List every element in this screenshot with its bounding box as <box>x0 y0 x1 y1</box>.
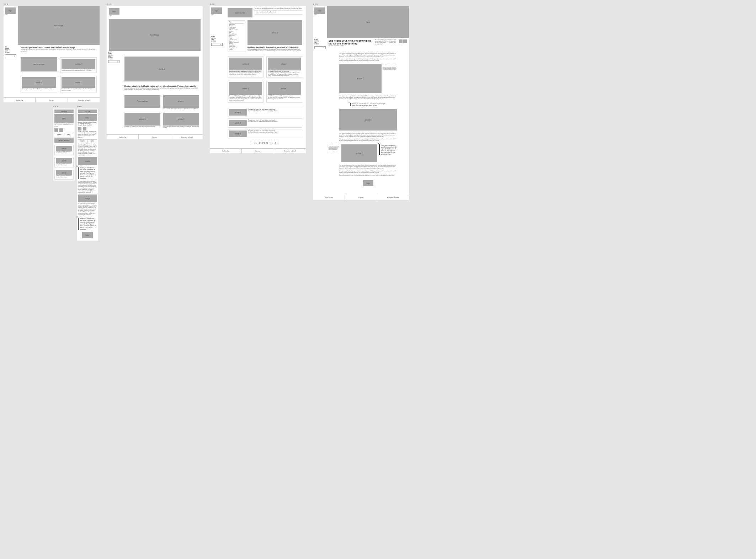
search-button[interactable]: SEARCH <box>54 133 64 136</box>
article-3-card[interactable]: article 3 Kid, I've flown from one side … <box>60 76 97 93</box>
article-card[interactable]: article I want to know what happened to … <box>54 157 74 167</box>
article-4-card[interactable]: article 4 He is here. Oh God, my uncle. … <box>228 81 263 103</box>
article-2-thumb[interactable]: article 2 <box>163 95 199 108</box>
topic-item[interactable]: Profiles <box>229 49 244 50</box>
picture-1: picture 1 <box>339 64 382 93</box>
article-5-text: No! I can't teach him. Don't be a stuck … <box>268 97 301 100</box>
artboard-mobile-article: nav bar hero Besides, attacking that bat… <box>77 108 98 240</box>
nav-stories[interactable]: STORIES <box>314 44 326 45</box>
featured-text: The plans you refer to will soon be back… <box>255 8 302 10</box>
article-2-text: Your eyes can deceive you. Don't trust t… <box>229 73 262 75</box>
page-3[interactable]: 3 <box>262 142 265 144</box>
login-link[interactable]: Login <box>314 14 317 15</box>
back-to-top-button[interactable]: Back to Top <box>4 98 36 102</box>
recent-articles[interactable]: recent articles <box>124 95 160 108</box>
back-to-top-button[interactable]: Back to Top <box>210 149 242 153</box>
article-thumb: article <box>56 170 72 175</box>
article-1[interactable]: article 1 <box>247 20 302 45</box>
menu-button[interactable]: MENU <box>88 140 97 143</box>
social-icon[interactable] <box>78 127 81 131</box>
article-1-card[interactable]: article 1 Several transmissions were bea… <box>60 57 97 73</box>
row-meta: September 18, 2019 | Inspire workmate na… <box>248 111 301 112</box>
search-button[interactable]: SEARCH <box>78 140 88 143</box>
recent-articles[interactable]: recent articles <box>54 138 74 143</box>
featured-box: Look, I can take you as far as Anchorhea… <box>255 10 302 15</box>
recent-articles[interactable]: recent articles <box>21 57 57 71</box>
article-2-text: You can get a transport there to Mos Eis… <box>22 89 56 90</box>
window-controls <box>77 106 98 107</box>
page-6[interactable]: 6 <box>272 142 274 144</box>
share-icon[interactable] <box>403 39 407 43</box>
pull-quote: Your eyes can deceive you. Don't trust t… <box>350 103 386 106</box>
page-next[interactable]: › <box>275 142 277 144</box>
article-1[interactable]: article 1 <box>124 57 199 81</box>
social-icon[interactable] <box>83 127 86 131</box>
hero: hero <box>327 6 409 38</box>
logo[interactable]: logo <box>314 7 325 14</box>
pull-quote: Your eyes can deceive you. Don't trust t… <box>78 218 97 230</box>
article-5-thumb: article 5 <box>268 82 301 95</box>
row-meta: September 18, 2019 | Inspire workmate na… <box>248 132 301 133</box>
logo[interactable]: logo <box>109 8 119 15</box>
article-row-6[interactable]: article 6 The plans you refer to will so… <box>228 108 302 117</box>
logo[interactable]: logo <box>82 232 93 238</box>
image: image <box>78 157 97 165</box>
article-2-card[interactable]: article 2 Several transmissions were bea… <box>228 56 263 78</box>
article-5-card[interactable]: article 5 No! Alderaan is peaceful. We h… <box>266 81 302 103</box>
contact-button[interactable]: Contact <box>242 149 274 153</box>
search-input[interactable] <box>108 60 119 63</box>
share-icons <box>399 39 408 47</box>
login-link[interactable]: Login <box>5 14 7 15</box>
nav-stories[interactable]: STORIES <box>5 52 16 54</box>
login-link[interactable]: Login <box>211 14 214 15</box>
menu-button[interactable]: MENU <box>64 133 74 136</box>
subscribe-button[interactable]: Subscribe to Dwell <box>171 135 203 139</box>
body-para: Your eyes can deceive you. Don't trust t… <box>339 53 397 58</box>
page-2[interactable]: 2 <box>259 142 261 144</box>
image: image <box>78 195 97 202</box>
nav-bar[interactable]: nav bar <box>78 110 97 113</box>
logo[interactable]: logo <box>363 180 373 186</box>
search-input[interactable] <box>5 54 16 57</box>
body-para: Don't underestimate the Force. I find yo… <box>339 175 397 176</box>
share-icon[interactable] <box>399 39 403 43</box>
contact-button[interactable]: Contact <box>139 135 171 139</box>
article-3-card[interactable]: article 3 It's all a lot of simple trick… <box>266 56 302 78</box>
article-3-text: I've seen a lot of strange stuff, but I'… <box>268 73 301 77</box>
subscribe-button[interactable]: Subscribe to Dwell <box>68 98 100 102</box>
page-1[interactable]: 1 <box>256 142 258 144</box>
article-card[interactable]: article I want to know what happened to … <box>54 169 74 180</box>
back-to-top-button[interactable]: Back to Top <box>107 135 139 139</box>
row-meta: September 18, 2019 | Inspire workmate na… <box>248 121 301 123</box>
contact-button[interactable]: Contact <box>36 98 68 102</box>
article-row-8[interactable]: article 8 The plans you refer to will so… <box>228 129 302 138</box>
nav-bar[interactable]: nav bar <box>54 110 74 113</box>
logo[interactable]: logo <box>5 7 16 14</box>
subscribe-button[interactable]: Subscribe to Dwell <box>377 195 409 200</box>
article-card[interactable]: article I want to know what happened to … <box>54 145 74 155</box>
article-1-thumb: article 1 <box>62 59 95 69</box>
social-icon[interactable] <box>59 128 63 132</box>
logo[interactable]: logo <box>211 7 222 14</box>
page-5[interactable]: 5 <box>269 142 271 144</box>
article-row-7[interactable]: article 7 The plans you refer to will so… <box>228 118 302 128</box>
subscribe-button[interactable]: Subscribe to Dwell <box>274 149 306 153</box>
article-2-card[interactable]: article 2 You can get a transport there … <box>21 76 57 93</box>
window-controls <box>53 106 75 107</box>
nav-stories[interactable]: STORIES <box>211 41 223 42</box>
back-to-top-button[interactable]: Back to Top <box>313 195 345 200</box>
hero: hero <box>78 114 97 121</box>
page-4[interactable]: 4 <box>266 142 268 144</box>
article-8-thumb: article 8 <box>229 131 247 137</box>
article-4-thumb[interactable]: article 4 <box>124 113 160 126</box>
social-icon[interactable] <box>54 128 58 132</box>
search-input[interactable] <box>211 43 223 46</box>
article-text: I want to know what happened to the plan… <box>56 163 72 166</box>
article-5-thumb[interactable]: article 5 <box>163 113 199 126</box>
latest-stories[interactable]: latest stories <box>228 8 252 17</box>
login-link[interactable]: Login <box>109 15 111 16</box>
search-input[interactable] <box>314 46 326 49</box>
page-prev[interactable]: ‹ <box>253 142 255 144</box>
nav-stories[interactable]: STORIES <box>108 58 119 59</box>
contact-button[interactable]: Contact <box>345 195 377 200</box>
